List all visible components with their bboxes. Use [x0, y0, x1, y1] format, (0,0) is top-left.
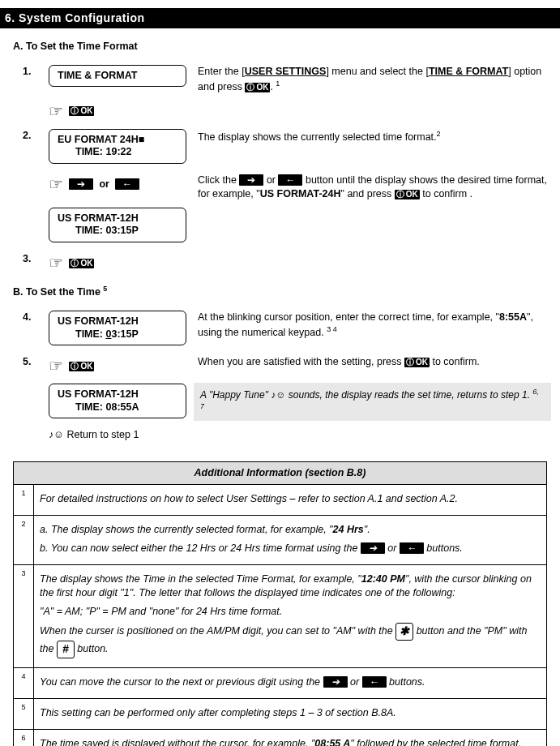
text-bold: 08:55 A [314, 738, 350, 746]
ok-key-icon: ⓘOK [69, 259, 94, 268]
text: or [348, 676, 362, 688]
lcd-display: TIME & FORMAT [49, 65, 186, 88]
step-num: 2. [13, 126, 49, 170]
footnote-ref: 3 4 [327, 325, 337, 333]
text: or [263, 174, 278, 186]
step-text: The display shows the currently selected… [198, 126, 547, 170]
hand-icon: ☞ [49, 101, 63, 122]
press-indicator: ☞ ⓘOK [49, 249, 198, 277]
left-arrow-key-icon: ← [278, 174, 302, 186]
text-bold: 8:55A [499, 311, 527, 323]
step-num: 4. [13, 307, 49, 352]
text: or [385, 542, 400, 554]
or-label: or [99, 178, 109, 190]
ok-label: OK [416, 358, 428, 367]
ok-key-icon: ⓘOK [245, 83, 270, 92]
step-text: At the blinking cursor position, enter t… [198, 307, 547, 352]
step-display-col: US FORMAT-12H TIME: 03:15P [49, 204, 198, 249]
ok-key-icon: ⓘOK [395, 190, 420, 199]
subheader-a: A. To Set the Time Format [13, 40, 547, 54]
text: . [270, 81, 272, 92]
text: to confirm. [430, 356, 480, 367]
text-bold: USER SETTINGS [245, 66, 327, 77]
step-num: 5. [13, 352, 49, 380]
lcd-line2: TIME: 08:55A [58, 401, 177, 414]
press-indicator: ☞ ⓘOK [49, 97, 198, 126]
step-text: A "Happy Tune" ♪☺ sounds, the display re… [198, 380, 547, 425]
text: The time saved is displayed without the … [40, 738, 314, 746]
text: buttons. [387, 676, 425, 688]
text: b. You can now select either the 12 Hrs … [40, 542, 361, 554]
step-text: When you are satisfied with the setting,… [198, 352, 547, 380]
happy-tune-note: A "Happy Tune" ♪☺ sounds, the display re… [194, 383, 551, 420]
lcd-line1: TIME & FORMAT [58, 70, 137, 81]
lcd-line2: TIME: 03:15P [58, 225, 177, 238]
right-arrow-key-icon: ➔ [361, 542, 385, 554]
right-arrow-key-icon: ➔ [69, 178, 93, 190]
lcd-display: US FORMAT-12H TIME: 03:15P [49, 311, 186, 345]
text: 3:15P [111, 328, 138, 340]
text: When the curser is positioned on the AM/… [40, 626, 395, 637]
footnote-ref-cell: 3 [14, 564, 34, 668]
section-header: 6. System Configuration [0, 8, 560, 28]
step-text: Click the ➔ or ← button until the displa… [198, 170, 547, 204]
text-bold: 24 Hrs [333, 524, 364, 535]
footnote-ref-cell: 6 [14, 730, 34, 746]
lcd-line1: US FORMAT-12H [58, 315, 177, 328]
text: You can move the cursor to the next or p… [40, 676, 323, 688]
footnote-ref: 5 [103, 285, 107, 293]
footnote-body: a. The display shows the currently selec… [34, 516, 547, 565]
hand-icon: ☞ [49, 252, 63, 274]
footnote-body: The display shows the Time in the select… [34, 564, 547, 668]
text: TIME: [75, 328, 106, 340]
text: ♪☺ Return to step 1 [49, 429, 139, 440]
step-display-col: US FORMAT-12H TIME: 03:15P [49, 307, 198, 352]
lcd-display: US FORMAT-12H TIME: 03:15P [49, 208, 186, 242]
step-num: 3. [13, 249, 49, 277]
footnote-body: The time saved is displayed without the … [34, 730, 547, 746]
steps-b: 4. US FORMAT-12H TIME: 03:15P At the bli… [13, 307, 547, 445]
text: The display shows the Time in the select… [40, 573, 361, 585]
info-icon: ⓘ [246, 83, 254, 92]
text: ". [364, 524, 370, 535]
lcd-display: EU FORMAT 24H■ TIME: 19:22 [49, 129, 186, 164]
text: " and press [340, 188, 394, 199]
ok-label: OK [256, 83, 268, 92]
steps-a: 1. TIME & FORMAT Enter the [USER SETTING… [13, 62, 547, 277]
text: The display shows the currently selected… [198, 131, 437, 143]
step-text: Enter the [USER SETTINGS] menu and selec… [198, 62, 547, 97]
step-display-col: EU FORMAT 24H■ TIME: 19:22 [49, 126, 198, 170]
step-num: 1. [13, 62, 49, 97]
info-icon: ⓘ [71, 259, 79, 268]
star-key-icon: ✱ [395, 623, 413, 641]
footnote-ref-cell: 5 [14, 699, 34, 730]
text: to confirm . [420, 188, 472, 199]
footnote-body: You can move the cursor to the next or p… [34, 668, 547, 699]
text: A "Happy Tune" ♪☺ sounds, the display re… [200, 389, 530, 401]
text: At the blinking cursor position, enter t… [198, 311, 499, 323]
text: B. To Set the Time [13, 286, 103, 298]
info-icon: ⓘ [71, 106, 79, 115]
text-bold: 12:40 PM [361, 573, 405, 585]
text: ] menu and select the [ [326, 66, 428, 77]
left-arrow-key-icon: ← [400, 542, 424, 554]
info-icon: ⓘ [396, 190, 404, 199]
footnote-ref-cell: 1 [14, 485, 34, 516]
text: a. The display shows the currently selec… [40, 524, 333, 535]
footnote-ref-cell: 4 [14, 668, 34, 699]
left-arrow-key-icon: ← [362, 676, 387, 688]
text: button. [75, 644, 109, 655]
addl-header: Additional Information (section B.8) [14, 462, 547, 485]
lcd-line1: US FORMAT-12H [58, 388, 177, 401]
return-note: ♪☺ Return to step 1 [49, 425, 198, 445]
footnote-ref: 1 [276, 79, 280, 88]
lcd-line2: TIME: 03:15P [58, 328, 177, 341]
text: Click the [198, 174, 239, 186]
text: For detailed instructions on how to sele… [40, 492, 541, 506]
ok-key-icon: ⓘOK [69, 362, 94, 371]
hand-icon: ☞ [49, 355, 63, 377]
hash-key-icon: # [57, 641, 75, 658]
lcd-line2: TIME: 19:22 [58, 146, 177, 159]
text: " followed by the selected time format. [350, 738, 521, 746]
text: Enter the [ [198, 66, 245, 77]
